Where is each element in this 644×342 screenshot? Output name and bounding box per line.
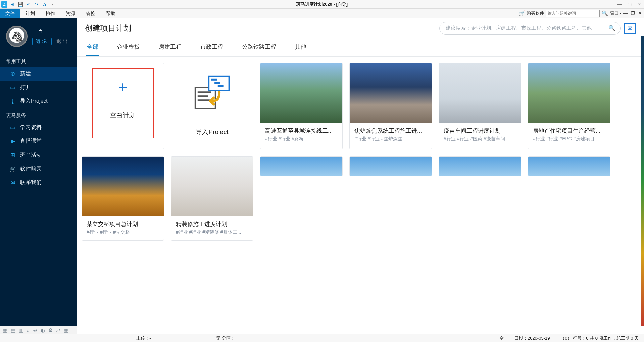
child-close-button[interactable]: ✕ — [638, 11, 642, 16]
tab-房建工程[interactable]: 房建工程 — [158, 38, 182, 56]
edit-profile-button[interactable]: 编辑 — [32, 38, 52, 45]
sidebar-item-斑马活动[interactable]: ⊞斑马活动 — [0, 148, 77, 162]
minimize-button[interactable]: — — [617, 2, 622, 7]
svg-rect-5 — [211, 79, 217, 81]
avatar[interactable]: 🦓 — [6, 26, 28, 47]
template-card[interactable]: 焦炉炼焦系统工程施工进...#行业 #行业 #焦炉炼焦 — [349, 63, 432, 149]
menu-计划[interactable]: 计划 — [20, 9, 40, 18]
template-thumb — [528, 63, 610, 123]
status-date: 日期：2020-05-19 — [509, 335, 555, 341]
tab-市政工程[interactable]: 市政工程 — [200, 38, 224, 56]
tab-企业模板[interactable]: 企业模板 — [116, 38, 141, 56]
template-card[interactable] — [260, 156, 343, 176]
menu-协作[interactable]: 协作 — [40, 9, 60, 18]
template-thumb — [350, 157, 432, 176]
template-card[interactable] — [528, 156, 610, 176]
card-tags: #行业 #行业 #立交桥 — [82, 229, 164, 240]
buy-software-label: 购买软件 — [527, 10, 544, 16]
sidebar-item-软件购买[interactable]: 🛒软件购买 — [0, 162, 77, 176]
tool-icon-1[interactable]: ▦ — [3, 327, 7, 333]
svg-rect-7 — [218, 85, 224, 87]
child-minimize-button[interactable]: — — [623, 11, 628, 16]
template-card[interactable] — [439, 156, 521, 176]
template-thumb — [528, 157, 610, 176]
template-card[interactable]: +空白计划 — [82, 63, 164, 149]
app-logo: Z — [1, 1, 7, 7]
cart-icon: 🛒 — [519, 10, 525, 16]
qat-dropdown-icon[interactable]: ▾ — [50, 1, 56, 7]
tool-icon-7[interactable]: ⚙ — [48, 327, 53, 333]
学习资料-icon: ▭ — [9, 124, 16, 131]
template-card[interactable]: 房地产住宅项目生产经营...#行业 #行业 #EPC #房建项目... — [528, 63, 610, 149]
child-restore-button[interactable]: ❐ — [631, 11, 635, 16]
qat-new-icon[interactable]: ⊞ — [9, 1, 15, 7]
tool-icon-6[interactable]: ◐ — [41, 327, 45, 333]
sidebar-item-直播课堂[interactable]: ▶直播课堂 — [0, 134, 77, 148]
status-upload: 上传：- — [77, 335, 211, 341]
menu-管控[interactable]: 管控 — [81, 9, 101, 18]
tab-全部[interactable]: 全部 — [86, 38, 99, 56]
tool-icon-2[interactable]: ▤ — [11, 327, 15, 333]
close-button[interactable]: ✕ — [638, 2, 641, 7]
quick-access-toolbar: Z ⊞ 💾 ↶ ↷ 🖨 ▾ — [0, 1, 56, 7]
card-title: 焦炉炼焦系统工程施工进... — [350, 123, 432, 136]
tool-icon-9[interactable]: ▦ — [64, 327, 68, 333]
新建-icon: ⊕ — [9, 70, 16, 77]
user-name: 王五 — [32, 27, 69, 35]
template-card[interactable]: 精装修施工进度计划#行业 #行业 #精装修 #群体工... — [171, 156, 253, 241]
qat-print-icon[interactable]: 🖨 — [42, 1, 48, 7]
logout-button[interactable]: 退出 — [56, 38, 69, 45]
window-menu[interactable]: 窗口▾ — [610, 10, 621, 16]
buy-software-link[interactable]: 🛒 购买软件 — [519, 10, 544, 16]
card-title: 疫苗车间工程进度计划 — [439, 123, 521, 136]
template-thumb — [260, 63, 342, 123]
tab-其他[interactable]: 其他 — [294, 38, 307, 56]
card-tags: #行业 #行业 #焦炉炼焦 — [350, 136, 432, 147]
sidebar-item-联系我们[interactable]: ✉联系我们 — [0, 176, 77, 189]
tool-icon-8[interactable]: ⇄ — [56, 327, 60, 333]
card-title: 房地产住宅项目生产经营... — [528, 123, 610, 136]
plus-icon: + — [118, 78, 128, 96]
template-card[interactable]: 高速互通至县城连接线工...#行业 #行业 #路桥 — [260, 63, 343, 149]
qat-redo-icon[interactable]: ↷ — [34, 1, 40, 7]
blank-plan-thumb: +空白计划 — [92, 68, 154, 138]
sidebar-item-打开[interactable]: ▭打开 — [0, 81, 77, 94]
maximize-button[interactable]: ▢ — [628, 2, 632, 7]
status-empty: 空 — [494, 335, 509, 341]
template-thumb — [260, 157, 342, 176]
import-thumb — [171, 63, 253, 123]
scrollbar-indicator[interactable] — [641, 36, 644, 326]
tab-公路铁路工程[interactable]: 公路铁路工程 — [241, 38, 277, 56]
mail-button[interactable]: ✉ — [624, 23, 636, 34]
联系我们-icon: ✉ — [9, 179, 16, 186]
window-title: 斑马进度计划2020 - [向导] — [296, 1, 348, 7]
template-card[interactable]: 某立交桥项目总计划#行业 #行业 #立交桥 — [82, 156, 164, 241]
template-thumb — [82, 157, 164, 216]
menu-资源[interactable]: 资源 — [60, 9, 81, 18]
category-tabs: 全部企业模板房建工程市政工程公路铁路工程其他 — [77, 38, 644, 57]
template-search-input[interactable]: 建议搜索：企业计划、房建工程、市政工程、公路铁路工程、其他 🔍 — [439, 22, 621, 35]
tool-icon-3[interactable]: ▥ — [19, 327, 23, 333]
template-card[interactable] — [349, 156, 432, 176]
sidebar-item-label: 直播课堂 — [20, 138, 42, 145]
tool-icon-5[interactable]: ⊚ — [33, 327, 37, 333]
sidebar-item-label: 联系我们 — [20, 179, 42, 186]
search-icon[interactable]: 🔍 — [608, 25, 615, 32]
menu-帮助[interactable]: 帮助 — [101, 9, 121, 18]
help-search-input[interactable] — [546, 10, 600, 17]
menu-文件[interactable]: 文件 — [0, 9, 20, 18]
help-search-icon[interactable]: 🔍 — [602, 10, 608, 16]
sidebar-item-新建[interactable]: ⊕新建 — [0, 67, 77, 81]
user-panel: 🦓 王五 编辑 退出 — [0, 18, 77, 54]
template-card[interactable]: 导入Project — [171, 63, 253, 149]
window-controls: — ▢ ✕ — [617, 2, 641, 7]
sidebar-item-导入Project[interactable]: ⭳导入Project — [0, 94, 77, 108]
sidebar-section-tools: 常用工具 — [0, 54, 77, 67]
sidebar-item-label: 学习资料 — [20, 124, 42, 131]
软件购买-icon: 🛒 — [9, 165, 16, 172]
qat-save-icon[interactable]: 💾 — [17, 1, 23, 7]
qat-undo-icon[interactable]: ↶ — [26, 1, 32, 7]
sidebar-item-学习资料[interactable]: ▭学习资料 — [0, 121, 77, 134]
tool-icon-4[interactable]: # — [27, 327, 30, 333]
template-card[interactable]: 疫苗车间工程进度计划#行业 #行业 #医药 #疫苗车间... — [439, 63, 521, 149]
